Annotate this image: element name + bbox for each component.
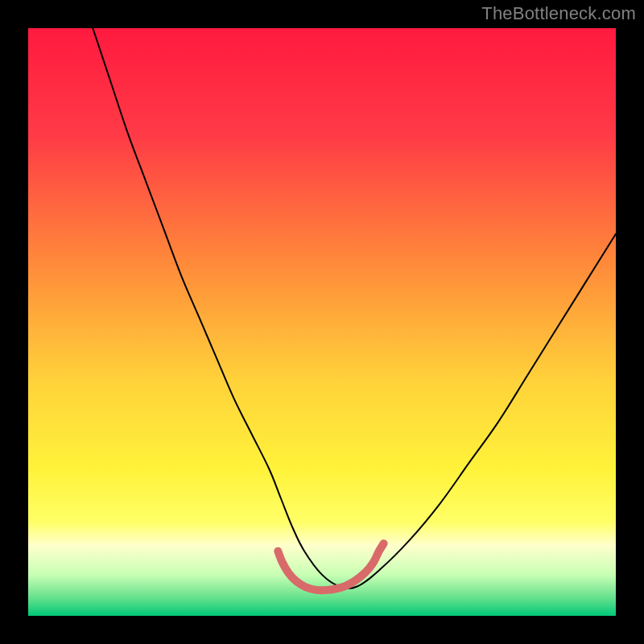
chart-frame: TheBottleneck.com: [0, 0, 644, 644]
watermark-text: TheBottleneck.com: [481, 3, 636, 24]
chart-background: [28, 28, 616, 616]
bottleneck-chart: [28, 28, 616, 616]
